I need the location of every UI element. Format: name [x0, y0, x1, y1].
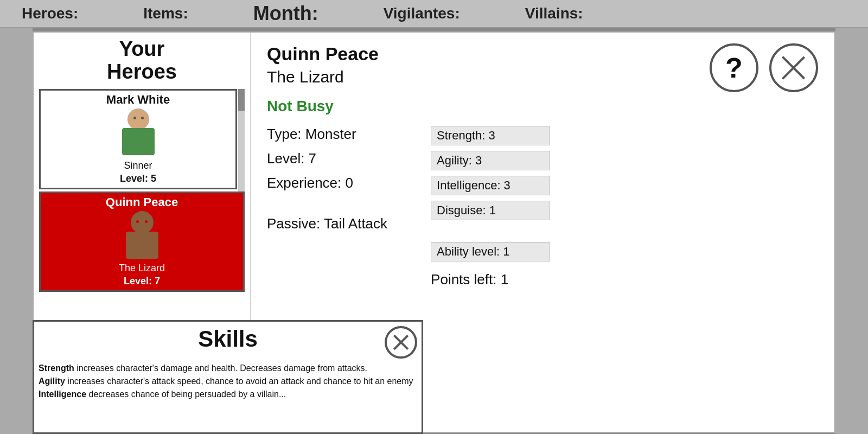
- ability-level-stat: Ability level: 1: [431, 242, 550, 261]
- background-left: [0, 28, 33, 434]
- detail-left-column: Type: Monster Level: 7 Experience: 0 Pas…: [267, 126, 387, 232]
- background-right: [835, 28, 868, 434]
- detail-points-left: Points left: 1: [431, 271, 550, 288]
- detail-header: Quinn Peace The Lizard ?: [267, 43, 818, 92]
- strength-description: increases character's damage and health.…: [76, 363, 367, 373]
- mark-head: [127, 108, 149, 130]
- month-nav[interactable]: Month:: [253, 2, 318, 25]
- skills-title: Skills: [165, 326, 291, 352]
- agility-description: increases character's attack speed, chan…: [67, 376, 413, 386]
- hero-card-quinn-peace[interactable]: Quinn Peace The Lizard Level: 7: [39, 192, 245, 292]
- skills-line-3: Intelligence decreases chance of being p…: [39, 388, 417, 401]
- top-navigation-bar: Heroes: Items: Month: Vigilantes: Villai…: [0, 0, 868, 28]
- hero1-inner: Mark White Sinner: [41, 91, 235, 188]
- hero1-level: Level: 5: [41, 173, 235, 184]
- hero2-name: Quinn Peace: [41, 195, 243, 209]
- skills-content: Strength increases character's damage an…: [39, 362, 417, 401]
- close-button[interactable]: [769, 43, 818, 92]
- quinn-body: [126, 232, 158, 259]
- hero1-name: Mark White: [41, 93, 235, 107]
- hero2-inner: Quinn Peace The Lizard Level: 7: [41, 193, 243, 290]
- detail-hero-name: Quinn Peace: [267, 43, 379, 65]
- skills-line-1: Strength increases character's damage an…: [39, 362, 417, 375]
- heroes-panel-title: YourHeroes: [39, 38, 245, 84]
- skills-close-button[interactable]: [385, 326, 417, 359]
- skills-panel: Skills Strength increases character's da…: [33, 320, 423, 434]
- strength-stat: Strength: 3: [431, 126, 550, 145]
- intelligence-keyword: Intelligence: [39, 390, 86, 399]
- skills-header: Skills: [39, 326, 417, 359]
- hero-card-mark-white[interactable]: Mark White Sinner: [39, 89, 237, 189]
- heroes-nav[interactable]: Heroes:: [22, 5, 78, 22]
- detail-level: Level: 7: [267, 150, 387, 167]
- hero1-alias: Sinner: [41, 160, 235, 171]
- detail-name-alias: Quinn Peace The Lizard: [267, 43, 379, 86]
- skills-line-2: Agility increases character's attack spe…: [39, 375, 417, 388]
- villains-nav[interactable]: Villains:: [525, 5, 583, 22]
- hero1-wrapper: Mark White Sinner: [39, 89, 245, 192]
- agility-keyword: Agility: [39, 376, 65, 386]
- detail-passive: Passive: Tail Attack: [267, 215, 387, 232]
- detail-type: Type: Monster: [267, 126, 387, 143]
- strength-keyword: Strength: [39, 363, 74, 373]
- intelligence-description: decreases chance of being persuaded by a…: [88, 390, 286, 399]
- quinn-eye-right: [145, 220, 148, 223]
- quinn-head: [131, 211, 154, 234]
- detail-experience: Experience: 0: [267, 175, 387, 192]
- disguise-stat: Disguise: 1: [431, 201, 550, 220]
- hero2-alias: The Lizard: [41, 263, 243, 274]
- mark-eye-right: [141, 117, 144, 119]
- items-nav[interactable]: Items:: [143, 5, 188, 22]
- detail-hero-alias: The Lizard: [267, 68, 379, 86]
- vigilantes-nav[interactable]: Vigilantes:: [384, 5, 460, 22]
- scrollbar-thumb[interactable]: [238, 89, 245, 111]
- heroes-scrollbar[interactable]: [238, 89, 245, 192]
- mark-body: [122, 128, 155, 155]
- quinn-eye-left: [136, 220, 139, 223]
- agility-stat: Agility: 3: [431, 151, 550, 170]
- question-mark-icon: ?: [725, 52, 743, 84]
- mark-eye-left: [133, 117, 136, 119]
- intelligence-stat: Intelligence: 3: [431, 176, 550, 195]
- detail-info-row: Type: Monster Level: 7 Experience: 0 Pas…: [267, 126, 818, 288]
- hero2-level: Level: 7: [41, 276, 243, 287]
- header-action-buttons: ?: [710, 43, 818, 92]
- help-button[interactable]: ?: [710, 43, 758, 92]
- detail-right-column: Strength: 3 Agility: 3 Intelligence: 3 D…: [431, 126, 550, 288]
- detail-status: Not Busy: [267, 98, 818, 115]
